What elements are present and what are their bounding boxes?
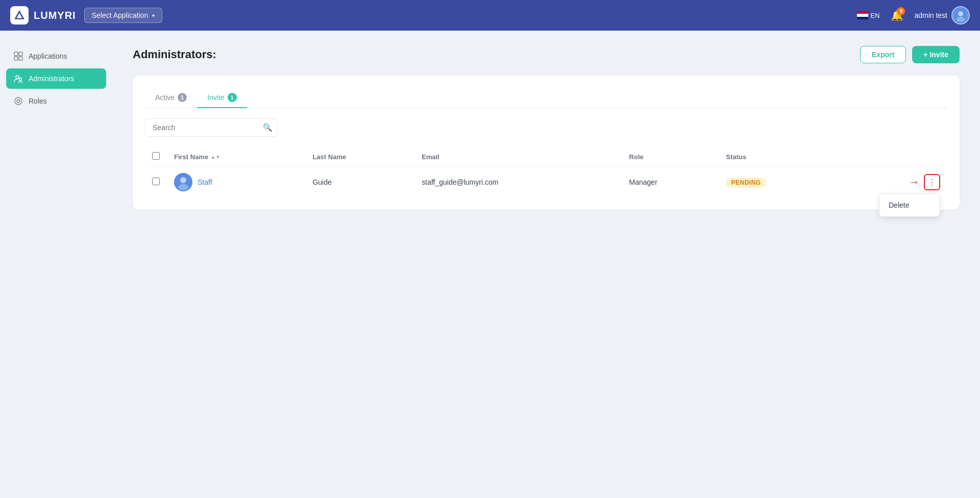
app-select-label: Select Application <box>92 11 149 19</box>
header-right: EN 🔔 0 admin test <box>857 6 970 24</box>
tab-invite[interactable]: Invite 1 <box>197 88 247 108</box>
sidebar-item-administrators[interactable]: Administrators <box>6 68 106 89</box>
svg-point-12 <box>17 99 20 103</box>
more-dots-icon: ⋮ <box>928 178 936 187</box>
header-left: LUMYRI Select Application ▾ <box>10 6 162 24</box>
more-actions-button[interactable]: ⋮ <box>924 174 940 190</box>
table-header: First Name ▲▼ Last Name Email Role Statu… <box>145 147 947 167</box>
more-menu-container: ⋮ Delete <box>924 174 940 190</box>
user-name: admin test <box>914 11 947 19</box>
notifications-button[interactable]: 🔔 0 <box>888 6 906 24</box>
user-menu[interactable]: admin test <box>914 6 970 24</box>
svg-point-11 <box>15 97 22 105</box>
svg-rect-7 <box>14 57 18 60</box>
tab-active-label: Active <box>155 93 175 102</box>
administrators-card: Active 1 Invite 1 🔍 <box>133 76 960 210</box>
sort-icon: ▲▼ <box>210 154 220 160</box>
logo-icon <box>10 6 29 24</box>
search-button[interactable]: 🔍 <box>263 123 273 132</box>
sidebar: Applications Administrators Roles <box>0 31 112 498</box>
tab-invite-label: Invite <box>207 93 224 102</box>
arrow-indicator: → <box>909 176 920 189</box>
th-email: Email <box>414 147 622 167</box>
row-email-cell: staff_guide@lumyri.com <box>414 167 622 198</box>
th-status: Status <box>719 147 842 167</box>
th-actions <box>843 147 947 167</box>
sidebar-item-applications-label: Applications <box>29 52 67 60</box>
svg-point-15 <box>178 184 188 190</box>
row-email: staff_guide@lumyri.com <box>422 178 498 186</box>
svg-point-10 <box>19 78 22 81</box>
user-avatar <box>951 6 970 24</box>
th-first-name-label: First Name <box>174 153 208 161</box>
tab-active-badge: 1 <box>178 93 187 102</box>
search-icon: 🔍 <box>263 123 273 132</box>
search-container: 🔍 <box>145 118 278 137</box>
chevron-down-icon: ▾ <box>152 13 155 18</box>
select-all-checkbox[interactable] <box>152 152 160 160</box>
svg-rect-6 <box>19 52 22 56</box>
invite-button[interactable]: + Invite <box>912 46 960 63</box>
main-content: Administrators: Export + Invite Active 1… <box>112 31 980 498</box>
status-badge: PENDING <box>726 178 766 188</box>
svg-point-2 <box>958 11 963 16</box>
page-actions: Export + Invite <box>860 46 960 63</box>
flag-icon <box>857 11 868 19</box>
table-row: Staff Guide staff_guide@lumyri.com Manag… <box>145 167 947 198</box>
row-first-name[interactable]: Staff <box>198 178 212 186</box>
sidebar-item-roles-label: Roles <box>29 97 47 105</box>
svg-point-14 <box>180 177 186 183</box>
sidebar-item-applications[interactable]: Applications <box>6 46 106 66</box>
page-title: Administrators: <box>133 48 216 61</box>
logo-text: LUMYRI <box>34 10 76 21</box>
row-firstname-cell: Staff <box>167 167 305 198</box>
main-layout: Applications Administrators Roles <box>0 31 980 498</box>
roles-icon <box>13 96 23 106</box>
svg-rect-8 <box>19 57 22 60</box>
lang-label: EN <box>870 12 879 19</box>
row-role-cell: Manager <box>622 167 719 198</box>
logo-area: LUMYRI <box>10 6 76 24</box>
app-select-dropdown[interactable]: Select Application ▾ <box>84 8 163 23</box>
table-body: Staff Guide staff_guide@lumyri.com Manag… <box>145 167 947 198</box>
administrators-icon <box>13 73 23 84</box>
language-selector[interactable]: EN <box>857 11 879 19</box>
user-cell: Staff <box>174 173 298 191</box>
notification-badge: 0 <box>897 7 905 15</box>
th-role: Role <box>622 147 719 167</box>
th-last-name: Last Name <box>305 147 414 167</box>
row-checkbox[interactable] <box>152 178 160 185</box>
export-button[interactable]: Export <box>860 46 906 63</box>
row-status-cell: PENDING <box>719 167 842 198</box>
applications-icon <box>13 51 23 61</box>
tab-bar: Active 1 Invite 1 <box>145 88 947 108</box>
tab-invite-badge: 1 <box>228 93 237 102</box>
row-avatar <box>174 173 192 191</box>
row-last-name: Guide <box>312 178 331 186</box>
app-header: LUMYRI Select Application ▾ EN 🔔 0 admin… <box>0 0 980 31</box>
tab-active[interactable]: Active 1 <box>145 88 197 108</box>
row-checkbox-cell <box>145 167 167 198</box>
sidebar-item-administrators-label: Administrators <box>29 74 74 83</box>
th-first-name: First Name ▲▼ <box>167 147 305 167</box>
search-input[interactable] <box>145 118 278 137</box>
delete-action[interactable]: Delete <box>879 196 940 214</box>
row-role: Manager <box>629 178 657 186</box>
svg-point-9 <box>16 76 19 79</box>
sidebar-item-roles[interactable]: Roles <box>6 91 106 111</box>
svg-rect-5 <box>14 52 18 56</box>
actions-dropdown: Delete <box>879 193 940 217</box>
th-checkbox <box>145 147 167 167</box>
row-actions-cell: → ⋮ Delete <box>843 167 947 198</box>
actions-cell: → ⋮ Delete <box>850 174 940 190</box>
page-header: Administrators: Export + Invite <box>133 46 960 63</box>
administrators-table: First Name ▲▼ Last Name Email Role Statu… <box>145 147 947 197</box>
row-lastname-cell: Guide <box>305 167 414 198</box>
